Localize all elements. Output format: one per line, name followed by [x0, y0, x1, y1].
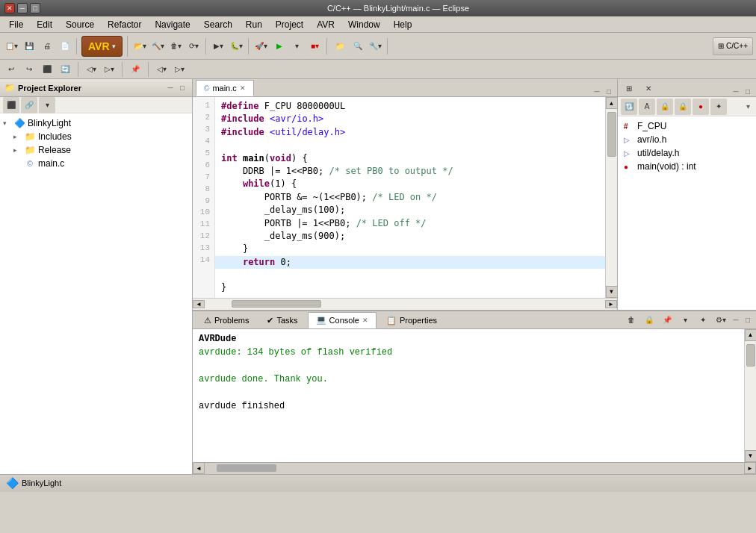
console-h-track[interactable] [205, 464, 744, 472]
outline-tool6[interactable]: ✦ [710, 99, 727, 115]
console-pin-button[interactable]: 📌 [659, 312, 675, 328]
new-button[interactable]: 📋▾ [3, 38, 19, 54]
maximize-console-button[interactable]: □ [743, 315, 753, 325]
console-clear-button[interactable]: 🗑 [623, 312, 639, 328]
outline-tool5[interactable]: ● [693, 99, 709, 115]
menu-avr[interactable]: AVR [311, 18, 341, 31]
avr-button[interactable]: AVR ▾ [81, 36, 123, 57]
sync-button[interactable]: 🔄 [57, 61, 73, 78]
scroll-right-button[interactable]: ► [605, 300, 617, 308]
console-scroll-right[interactable]: ► [744, 462, 756, 474]
menu-run[interactable]: Run [240, 18, 268, 31]
menu-window[interactable]: Window [342, 18, 386, 31]
console-horizontal-scrollbar[interactable]: ◄ ► [193, 462, 756, 474]
launch-config-button[interactable]: 🚀▾ [253, 38, 270, 54]
debug-button[interactable]: 🐛▾ [229, 38, 245, 54]
open-button[interactable]: 📁 [332, 38, 348, 54]
console-vertical-scrollbar[interactable]: ▲ ▼ [744, 329, 756, 462]
link-with-editor-button[interactable]: 🔗 [21, 97, 37, 113]
back-history-button[interactable]: ↩ [3, 61, 19, 78]
minimize-console-button[interactable]: ─ [731, 315, 741, 325]
minimize-panel-button[interactable]: ─ [165, 83, 176, 93]
scroll-up-button[interactable]: ▲ [606, 97, 618, 109]
next-annotation-button[interactable]: ⟳▾ [186, 38, 202, 54]
outline-view-menu[interactable]: ▾ [743, 102, 753, 112]
outline-tool4[interactable]: 🔒 [675, 99, 691, 115]
properties-button[interactable]: 📄 [57, 38, 73, 54]
h-scroll-track[interactable] [205, 299, 605, 310]
run-button[interactable]: ▶ [271, 38, 288, 54]
outline-item-avrio[interactable]: ▷ avr/io.h [618, 133, 756, 146]
console-scroll-up[interactable]: ▲ [745, 329, 757, 341]
outline-item-main[interactable]: ● main(void) : int [618, 160, 756, 173]
scroll-thumb[interactable] [607, 112, 616, 157]
menu-project[interactable]: Project [270, 18, 309, 31]
outline-sync-button[interactable]: ⊞ [621, 80, 637, 96]
explorer-view-menu-button[interactable]: ▾ [39, 97, 55, 113]
console-h-thumb[interactable] [217, 464, 276, 472]
outline-tool2[interactable]: Α [639, 99, 655, 115]
menu-search[interactable]: Search [198, 18, 238, 31]
outline-tool3[interactable]: 🔒 [657, 99, 673, 115]
save-button[interactable]: 💾 [21, 38, 37, 54]
editor-tab-close-icon[interactable]: ✕ [240, 84, 246, 92]
nav-back-button[interactable]: ◁▾ [153, 61, 170, 78]
menu-navigate[interactable]: Navigate [149, 18, 196, 31]
stop-button[interactable]: ■▾ [307, 38, 323, 54]
console-scroll-lock-button[interactable]: 🔒 [641, 312, 657, 328]
close-button[interactable]: ✕ [4, 3, 15, 13]
minimize-button[interactable]: ─ [17, 3, 28, 13]
scroll-down-button[interactable]: ▼ [606, 286, 618, 298]
minimize-editor-button[interactable]: ─ [592, 86, 602, 96]
menu-edit[interactable]: Edit [31, 18, 58, 31]
tree-item-includes[interactable]: ▸ 📁 Includes [0, 130, 192, 143]
maximize-panel-button[interactable]: □ [177, 83, 188, 93]
build-button[interactable]: 🔨▾ [150, 38, 167, 54]
perspective-button[interactable]: ⊞ C/C++ [713, 37, 753, 55]
console-view-menu[interactable]: ▾ [677, 312, 693, 328]
next-edit-button[interactable]: ▷▾ [101, 61, 117, 78]
run-dropdown-button[interactable]: ▾ [289, 38, 306, 54]
tab-properties[interactable]: 📋 Properties [378, 312, 445, 328]
nav-forward-button[interactable]: ▷▾ [171, 61, 188, 78]
run-external-button[interactable]: ▶▾ [211, 38, 227, 54]
menu-refactor[interactable]: Refactor [102, 18, 147, 31]
scroll-track[interactable] [606, 109, 617, 286]
tree-item-release[interactable]: ▸ 📁 Release [0, 143, 192, 157]
minimize-outline-button[interactable]: ─ [731, 86, 741, 96]
outline-tool1[interactable]: 🔃 [621, 99, 637, 115]
menu-file[interactable]: File [3, 18, 29, 31]
tree-item-mainc[interactable]: © main.c [0, 157, 192, 170]
maximize-outline-button[interactable]: □ [743, 86, 753, 96]
outline-item-utildelay[interactable]: ▷ util/delay.h [618, 146, 756, 160]
console-new-button[interactable]: ✦ [695, 312, 711, 328]
console-tab-close-icon[interactable]: ✕ [362, 317, 368, 324]
tree-item-blinkylight[interactable]: ▾ 🔷 BlinkyLight [0, 116, 192, 130]
tool-button[interactable]: 🔧▾ [368, 38, 384, 54]
outline-item-fcpu[interactable]: # F_CPU [618, 119, 756, 133]
tab-problems[interactable]: ⚠ Problems [196, 312, 257, 328]
editor-vertical-scrollbar[interactable]: ▲ ▼ [605, 97, 617, 298]
code-editor[interactable]: 1234 5678 9101112 1314 #define F_CPU 800… [193, 97, 617, 298]
console-output[interactable]: AVRDude avrdude: 134 bytes of flash veri… [193, 329, 744, 462]
print-button[interactable]: 🖨 [39, 38, 55, 54]
previous-edit-button[interactable]: ◁▾ [83, 61, 99, 78]
console-scroll-thumb[interactable] [746, 344, 755, 367]
open-project-button[interactable]: 📂▾ [132, 38, 149, 54]
code-content[interactable]: #define F_CPU 8000000UL #include <avr/io… [215, 97, 605, 298]
scroll-left-button[interactable]: ◄ [193, 300, 205, 308]
menu-source[interactable]: Source [60, 18, 100, 31]
console-scroll-track[interactable] [746, 341, 755, 450]
outline-close-button[interactable]: ✕ [640, 80, 657, 96]
h-scroll-thumb[interactable] [232, 300, 321, 308]
console-scroll-left[interactable]: ◄ [193, 462, 205, 474]
maximize-editor-button[interactable]: □ [604, 86, 614, 96]
editor-tab-mainc[interactable]: © main.c ✕ [196, 80, 254, 96]
console-settings-button[interactable]: ⚙▾ [713, 312, 729, 328]
maximize-button[interactable]: □ [30, 3, 40, 13]
pin-editor-button[interactable]: 📌 [127, 61, 143, 78]
search-button[interactable]: 🔍 [350, 38, 366, 54]
collapse-all-button[interactable]: ⬛ [39, 61, 55, 78]
forward-history-button[interactable]: ↪ [21, 61, 37, 78]
collapse-explorer-button[interactable]: ⬛ [3, 97, 19, 113]
